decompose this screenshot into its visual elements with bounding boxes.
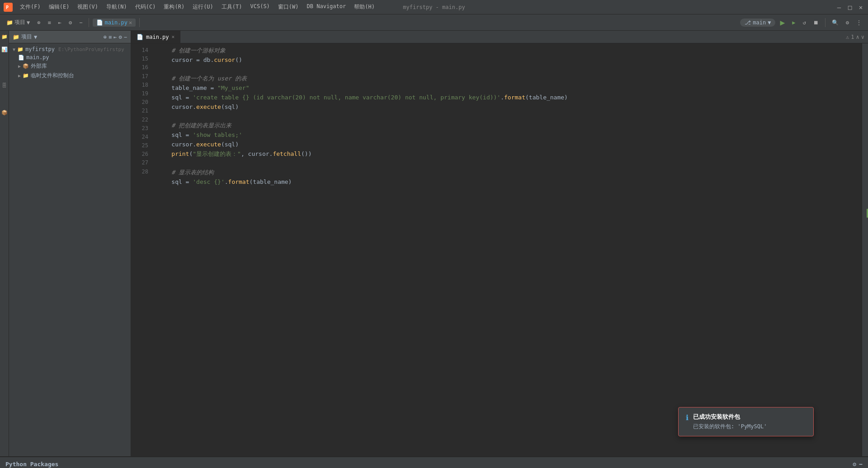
search-everywhere-button[interactable]: 🔍 (829, 18, 841, 27)
folder-icon-temp: 📁 (23, 73, 29, 79)
folder-icon-root: 📁 (17, 47, 24, 52)
branch-icon: ⎇ (745, 19, 751, 26)
rerun-button[interactable]: ↺ (800, 18, 809, 27)
project-settings-icon[interactable]: ⚙ (119, 34, 122, 40)
sidebar-icon-project[interactable]: 📁 (0, 33, 9, 41)
project-label: 项目 (14, 19, 25, 26)
toolbar-right: ⎇ main ▼ ▶ ▶ ↺ ⏹ 🔍 ⚙ ⋮ (740, 16, 864, 28)
sync-button[interactable]: ≡ (45, 18, 53, 27)
sidebar-icons: 📁 📊 🗄 📦 (0, 31, 9, 456)
tree-arrow-root: ▼ (13, 47, 15, 52)
menu-help[interactable]: 帮助(H) (350, 2, 378, 12)
menu-run[interactable]: 运行(U) (189, 2, 217, 12)
editor-tab-mainpy[interactable]: 📄 main.py ✕ (131, 31, 180, 43)
menu-code[interactable]: 代码(C) (132, 2, 160, 12)
menu-dbnavigator[interactable]: DB Navigator (303, 2, 350, 12)
more-options-button[interactable]: ⋮ (854, 18, 864, 27)
notification-info-icon: ℹ (686, 413, 689, 422)
tree-root-label: myfirstpy (25, 46, 55, 52)
error-number: 1 (851, 34, 854, 40)
project-header-label: 项目 (21, 33, 32, 41)
settings-gear-button[interactable]: ⚙ (843, 18, 852, 27)
project-sync-icon[interactable]: ≡ (108, 34, 112, 40)
scroll-down-icon[interactable]: ∨ (861, 34, 864, 40)
project-collapse-icon[interactable]: ⇤ (113, 34, 117, 40)
menu-window[interactable]: 窗口(W) (274, 2, 302, 12)
notification-title: 已成功安装软件包 (693, 413, 767, 421)
project-panel: 📁 项目 ▼ ⊕ ≡ ⇤ ⚙ − ▼ 📁 myfirstpy E:\Python… (9, 31, 131, 456)
project-add-icon[interactable]: ⊕ (104, 34, 107, 40)
file-icon-mainpy: 📄 (18, 55, 24, 61)
project-folder-icon: 📁 (13, 34, 19, 40)
minimize-button[interactable]: — (835, 4, 843, 11)
bottom-panel: Python Packages ⚙ − 🔍 ✕ ↺ ⚙ + 添加软件包 ▼ ▼ … (0, 456, 868, 468)
tree-arrow-external: ▶ (18, 64, 21, 69)
window-title: myfirstpy - main.py (403, 4, 465, 10)
svg-text:P: P (6, 5, 9, 10)
project-icon: 📁 (6, 19, 13, 26)
sidebar-icon-python[interactable]: 📦 (0, 108, 9, 117)
tab-name: main.py (104, 19, 127, 26)
collapse-all-button[interactable]: ⇤ (56, 18, 64, 27)
project-header-dropdown[interactable]: ▼ (34, 34, 37, 40)
scroll-up-icon[interactable]: ∧ (856, 34, 859, 40)
error-count: ⚠ (846, 34, 849, 40)
menu-vcs[interactable]: VCS(S) (247, 2, 274, 12)
menu-edit[interactable]: 编辑(E) (45, 2, 73, 12)
sidebar-icon-commits[interactable]: 📊 (0, 45, 9, 53)
maximize-button[interactable]: □ (846, 4, 854, 11)
title-bar: P 文件(F) 编辑(E) 视图(V) 导航(N) 代码(C) 重构(R) 运行… (0, 0, 868, 14)
debug-button[interactable]: ▶ (789, 18, 798, 27)
code-editor[interactable]: # 创建一个游标对象 cursor = db.cursor() # 创建一个名为… (152, 43, 862, 456)
tree-label-external: 外部库 (31, 62, 47, 70)
branch-dropdown-icon: ▼ (768, 19, 771, 26)
menu-view[interactable]: 视图(V) (74, 2, 102, 12)
tab-close-button[interactable]: ✕ (172, 34, 175, 40)
editor-tab-display[interactable]: 📄 main.py ✕ (93, 19, 136, 27)
tree-root-path: E:\PythonPro\myfirstpy (58, 47, 124, 52)
tab-file-icon: 📄 (137, 34, 143, 40)
project-tree: ▼ 📁 myfirstpy E:\PythonPro\myfirstpy 📄 m… (9, 43, 131, 456)
menu-tools[interactable]: 工具(T) (218, 2, 246, 12)
run-button[interactable]: ▶ (777, 16, 788, 28)
tree-item-temp[interactable]: ▶ 📁 临时文件和控制台 (9, 71, 131, 80)
python-packages-title: Python Packages (5, 461, 58, 468)
tree-item-root[interactable]: ▼ 📁 myfirstpy E:\PythonPro\myfirstpy (9, 45, 131, 53)
app-logo: P (4, 3, 13, 12)
stop-button[interactable]: ⏹ (811, 18, 821, 27)
main-layout: 📁 📊 🗄 📦 📁 项目 ▼ ⊕ ≡ ⇤ ⚙ − ▼ 📁 myfirstpy E… (0, 31, 868, 456)
branch-name: main (753, 19, 766, 26)
separator3 (825, 18, 826, 27)
sidebar-icon-db[interactable]: 🗄 (0, 81, 9, 89)
menu-navigate[interactable]: 导航(N) (103, 2, 131, 12)
tree-label-temp: 临时文件和控制台 (31, 72, 74, 80)
hide-panel-button[interactable]: − (76, 18, 85, 27)
close-button[interactable]: ✕ (857, 4, 864, 11)
pkg-settings-icon[interactable]: ⚙ (853, 461, 856, 468)
tab-file-name: main.py (146, 34, 169, 40)
editor-area: 📄 main.py ✕ ⚠ 1 ∧ ∨ 14 15 16 17 18 19 20… (131, 31, 868, 456)
notification-message: 已安装的软件包: 'PyMySQL' (693, 423, 767, 431)
tree-label-mainpy: main.py (26, 54, 49, 61)
tab-close-icon: ✕ (129, 19, 132, 26)
tree-item-mainpy[interactable]: 📄 main.py (9, 53, 131, 61)
python-packages-header: Python Packages ⚙ − (0, 457, 868, 468)
project-hide-icon[interactable]: − (124, 34, 127, 40)
menu-refactor[interactable]: 重构(R) (160, 2, 188, 12)
separator2 (139, 18, 140, 27)
project-dropdown[interactable]: 📁 项目 ▼ (4, 17, 33, 28)
menu-file[interactable]: 文件(F) (16, 2, 44, 12)
add-content-button[interactable]: ⊕ (34, 18, 43, 27)
branch-selector[interactable]: ⎇ main ▼ (740, 19, 775, 27)
editor-tabs: 📄 main.py ✕ ⚠ 1 ∧ ∨ (131, 31, 868, 43)
editor-scroll-area: 14 15 16 17 18 19 20 21 22 23 24 25 26 2… (131, 43, 868, 456)
tree-item-external-libs[interactable]: ▶ 📦 外部库 (9, 61, 131, 71)
settings-button[interactable]: ⚙ (66, 18, 75, 27)
pkg-minimize-icon[interactable]: − (859, 461, 863, 468)
tree-arrow-temp: ▶ (18, 73, 21, 78)
pkg-header-controls: ⚙ − (853, 461, 863, 468)
editor-scrollbar[interactable] (862, 43, 868, 456)
line-numbers: 14 15 16 17 18 19 20 21 22 23 24 25 26 2… (131, 43, 152, 456)
separator (89, 18, 89, 27)
dropdown-arrow-icon: ▼ (27, 19, 30, 26)
